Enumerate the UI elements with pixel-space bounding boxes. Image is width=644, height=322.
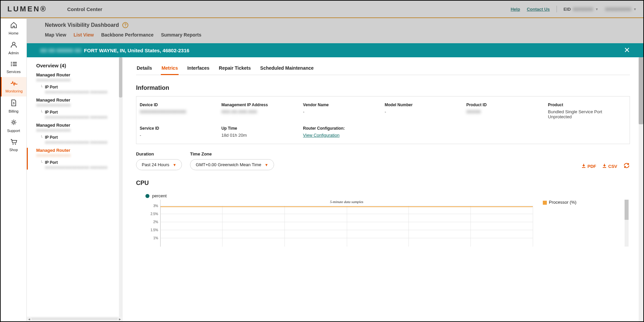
- top-header: LUMEN® Control Center Help Contact Us EI…: [1, 1, 643, 18]
- duration-label: Duration: [136, 151, 182, 156]
- tree-title: Overview (4): [36, 63, 119, 68]
- user-icon: [10, 41, 17, 50]
- location-banner: XX XX XXXXX XX FORT WAYNE, IN, United St…: [27, 43, 643, 57]
- chart-title-cpu: CPU: [136, 180, 630, 187]
- dashboard-header: Network Visibility Dashboard ? Map View …: [27, 18, 643, 38]
- banner-id: XX XX XXXXX XX: [40, 48, 81, 53]
- y-axis: 3% 2.5% 2% 1.5% 1%: [145, 200, 160, 247]
- svg-rect-6: [13, 65, 17, 66]
- divider: [557, 6, 557, 12]
- timezone-dropdown[interactable]: GMT+0.00 Greenwich Mean Time ▼: [190, 159, 274, 170]
- detail-tabs: Details Metrics Interfaces Repair Ticket…: [136, 63, 630, 75]
- tab-summary-reports[interactable]: Summary Reports: [161, 32, 201, 38]
- tree-child[interactable]: IP Port XXXXXXXXXXXXXXXXXX XXXXXXX: [42, 85, 119, 94]
- tab-interfaces[interactable]: Interfaces: [187, 63, 210, 75]
- cpu-chart: 3% 2.5% 2% 1.5% 1% 5-minute data samples: [145, 200, 620, 247]
- svg-point-1: [11, 62, 12, 63]
- rail-billing[interactable]: $ Billing: [1, 96, 26, 116]
- timezone-label: Time Zone: [190, 151, 274, 156]
- scrollbar-vertical[interactable]: [625, 200, 629, 247]
- banner-location: FORT WAYNE, IN, United States, 46802-231…: [84, 48, 190, 53]
- tree-child[interactable]: IP Port XXXXXXXXXXXXXXXXXX XXXXXXX: [42, 160, 119, 170]
- cart-icon: [10, 139, 17, 146]
- left-nav-rail: Home Admin Services Monitoring $ Billing: [1, 19, 27, 321]
- list-icon: [10, 61, 17, 68]
- dashboard-tabs: Map View List View Backbone Performance …: [45, 32, 625, 38]
- user-dropdown[interactable]: XXXXXXXXX ▼: [605, 7, 637, 12]
- rail-support[interactable]: Support: [1, 116, 26, 135]
- refresh-icon[interactable]: [623, 163, 630, 170]
- close-icon[interactable]: ✕: [624, 46, 630, 55]
- series-processor: [160, 206, 533, 207]
- legend-swatch: [543, 201, 547, 205]
- scrollbar-horizontal[interactable]: ◄►: [27, 317, 122, 321]
- tree-child[interactable]: IP Port XXXXXXXXXXXXXXXXXX XXXXXXX: [42, 110, 119, 119]
- tree-node-selected[interactable]: Managed Router XXXXXXXXXXXXXX IP Port XX…: [27, 148, 119, 170]
- svg-point-10: [15, 143, 16, 144]
- svg-point-3: [11, 63, 12, 64]
- page-title: Network Visibility Dashboard: [45, 22, 119, 28]
- rail-monitoring[interactable]: Monitoring: [1, 77, 26, 96]
- home-icon: [10, 22, 17, 30]
- download-csv-button[interactable]: CSV: [602, 164, 617, 169]
- svg-point-8: [13, 121, 15, 123]
- chevron-down-icon: ▼: [173, 163, 176, 167]
- tab-map-view[interactable]: Map View: [45, 32, 66, 38]
- document-icon: $: [11, 100, 16, 108]
- app-name: Control Center: [67, 6, 102, 12]
- tab-repair-tickets[interactable]: Repair Tickets: [218, 63, 251, 75]
- information-title: Information: [136, 84, 630, 91]
- scrollbar-vertical[interactable]: [119, 57, 122, 317]
- scrollbar-vertical[interactable]: [639, 57, 643, 321]
- eid-dropdown[interactable]: EID XXXXXXX ▼: [564, 7, 598, 12]
- rail-admin[interactable]: Admin: [1, 38, 26, 58]
- svg-point-0: [12, 42, 15, 45]
- rail-shop[interactable]: Shop: [1, 135, 26, 155]
- tab-list-view[interactable]: List View: [74, 32, 94, 38]
- chevron-down-icon: ▼: [595, 7, 598, 11]
- detail-panel: Details Metrics Interfaces Repair Ticket…: [123, 57, 643, 321]
- tab-metrics[interactable]: Metrics: [161, 63, 179, 75]
- svg-text:$: $: [13, 102, 14, 105]
- tree-node[interactable]: Managed Router XXXXXXXXXXXXXX IP Port XX…: [36, 72, 119, 94]
- help-icon[interactable]: ?: [122, 22, 128, 28]
- plot-area: 5-minute data samples: [160, 200, 533, 247]
- gear-icon: [10, 119, 17, 127]
- rail-home[interactable]: Home: [1, 19, 26, 38]
- logo: LUMEN®: [7, 5, 47, 13]
- svg-rect-2: [13, 62, 17, 63]
- tree-node[interactable]: Managed Router XXXXXXXXXXXXXX IP Port XX…: [36, 98, 119, 119]
- tab-backbone-performance[interactable]: Backbone Performance: [101, 32, 153, 38]
- chart-legend: Processor (%): [533, 200, 620, 247]
- download-pdf-button[interactable]: PDF: [581, 164, 596, 169]
- device-tree-panel: Overview (4) Managed Router XXXXXXXXXXXX…: [27, 57, 123, 321]
- svg-point-9: [12, 143, 13, 144]
- chevron-down-icon: ▼: [265, 163, 268, 167]
- svg-rect-4: [13, 64, 17, 64]
- download-icon: [581, 164, 586, 169]
- tab-details[interactable]: Details: [136, 63, 153, 75]
- contact-link[interactable]: Contact Us: [527, 7, 550, 12]
- rail-services[interactable]: Services: [1, 58, 26, 77]
- view-configuration-link[interactable]: View Configuration: [303, 133, 339, 138]
- download-icon: [602, 164, 607, 169]
- duration-dropdown[interactable]: Past 24 Hours ▼: [136, 159, 182, 170]
- tree-node[interactable]: Managed Router XXXXXXXXXXXXXX IP Port XX…: [36, 123, 119, 144]
- chevron-down-icon: ▼: [633, 7, 637, 11]
- tree-child[interactable]: IP Port XXXXXXXXXXXXXXXXXX XXXXXXX: [42, 135, 119, 144]
- radio-selected-icon: [145, 194, 149, 198]
- help-link[interactable]: Help: [511, 7, 520, 12]
- filters-row: Duration Past 24 Hours ▼ Time Zone GMT+0…: [136, 151, 630, 170]
- tab-scheduled-maintenance[interactable]: Scheduled Maintenance: [260, 63, 314, 75]
- chart-unit-toggle[interactable]: percent: [145, 193, 630, 198]
- activity-icon: [10, 81, 18, 88]
- information-box: Device IDXXXXXXXXXXXXXXXX Management IP …: [136, 96, 630, 144]
- svg-point-5: [11, 65, 12, 66]
